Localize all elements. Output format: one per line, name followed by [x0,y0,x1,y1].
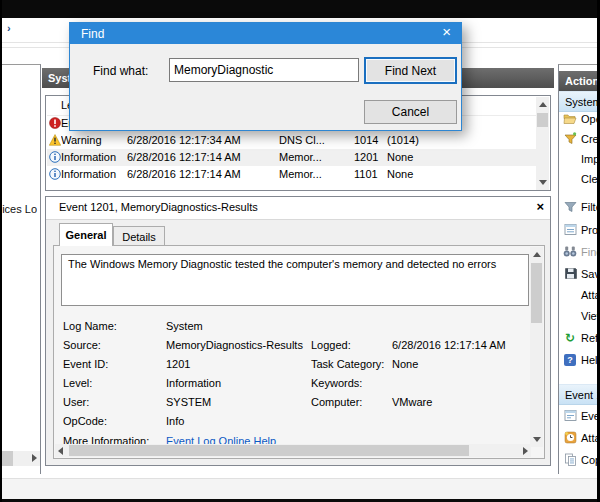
event-date: 6/28/2016 12:17:14 AM [127,151,275,163]
action-attach-task-to-log[interactable]: Attach a Task To this Log... [559,285,600,304]
actions-panel-header: Actions [559,71,600,91]
action-open-saved-log[interactable]: Open Saved Log... [559,109,600,128]
detail-vertical-scrollbar[interactable] [530,247,543,447]
detail-horizontal-scrollbar[interactable] [55,444,531,457]
scroll-up-icon[interactable] [530,247,543,262]
properties-icon [563,223,577,236]
action-attach-task-to-event[interactable]: Attach Task To This Event... [559,428,600,447]
detail-pane-title: Event 1201, MemoryDiagnostics-Results [59,201,258,213]
information-icon [49,151,61,163]
find-what-input[interactable] [169,58,359,82]
new-filter-icon [563,132,577,145]
event-id-value: 1201 [166,358,190,370]
action-find: Find... [559,242,600,261]
user-value: SYSTEM [166,396,211,408]
task-clock-icon [563,431,577,444]
source-label: Source: [63,339,101,351]
event-row-warning[interactable]: Warning 6/28/2016 12:17:34 AM DNS Cl... … [47,132,537,149]
event-level: Information [61,151,123,163]
scroll-up-icon[interactable] [536,97,549,112]
tab-details[interactable]: Details [113,226,165,246]
find-dialog: Find × Find what: Find Next Cancel [69,22,462,131]
action-filter-current-log[interactable]: Filter Current Log... [559,197,600,216]
copy-icon [563,453,577,466]
computer-value: VMware [392,396,432,408]
scroll-down-icon[interactable] [536,175,549,190]
event-task-category: None [387,168,445,180]
event-task-category: None [387,151,445,163]
event-date: 6/28/2016 12:17:34 AM [127,134,275,146]
scrollbar-thumb[interactable] [69,445,469,456]
level-value: Information [166,377,221,389]
close-icon[interactable]: × [536,199,544,214]
event-viewer-window: › ices Lo System Level Date and Time Sou… [0,0,600,502]
event-detail-pane: Event 1201, MemoryDiagnostics-Results × … [45,196,551,466]
action-import-custom-view[interactable]: Import Custom View... [559,149,600,168]
action-event-properties[interactable]: Event Properties [559,406,600,425]
general-tab-content: The Windows Memory Diagnostic tested the… [53,245,545,459]
chevron-right-icon[interactable]: › [7,22,11,34]
refresh-icon: ↻ [563,331,577,344]
scrollbar-thumb[interactable] [2,451,13,466]
console-tree-panel: ices Lo [2,64,41,474]
keywords-label: Keywords: [311,377,362,389]
cancel-button[interactable]: Cancel [364,100,457,124]
folder-open-icon [563,112,577,125]
find-next-button[interactable]: Find Next [364,57,457,84]
actions-panel: Actions System Open Saved Log... Create … [558,64,600,474]
event-row-information[interactable]: Information 6/28/2016 12:17:14 AM Memor.… [47,166,537,183]
filter-icon [563,200,577,213]
event-row-information-selected[interactable]: Information 6/28/2016 12:17:14 AM Memor.… [47,149,537,166]
event-source: Memor... [279,151,349,163]
event-id: 1201 [354,151,384,163]
action-view[interactable]: View [559,306,600,325]
detail-pane-header: Event 1201, MemoryDiagnostics-Results × [46,197,550,220]
log-name-label: Log Name: [63,320,117,332]
action-copy[interactable]: Copy [559,450,600,469]
logged-value: 6/28/2016 12:17:14 AM [392,339,506,351]
scrollbar-thumb[interactable] [531,263,542,323]
opcode-value: Info [166,415,184,427]
scroll-right-icon[interactable] [523,447,528,455]
task-category-label: Task Category: [311,358,384,370]
tab-general[interactable]: General [59,223,113,246]
event-id: 1014 [354,134,384,146]
scroll-right-icon[interactable] [32,454,37,462]
action-properties[interactable]: Properties [559,220,600,239]
event-date: 6/28/2016 12:17:14 AM [127,168,275,180]
warning-icon [49,134,61,146]
action-refresh[interactable]: ↻ Refresh [559,328,600,347]
information-icon [49,168,61,180]
window-top-band [2,0,600,18]
action-save-all-events-as[interactable]: Save All Events As... [559,264,600,283]
level-label: Level: [63,377,92,389]
log-name-value: System [166,320,203,332]
computer-label: Computer: [311,396,362,408]
actions-section-event[interactable]: Event 1201, MemoryDiagnostics-Results [559,384,600,405]
tree-horizontal-scrollbar[interactable] [2,451,40,466]
action-create-custom-view[interactable]: Create Custom View... [559,129,600,148]
event-task-category: (1014) [387,134,445,146]
action-help[interactable]: ? Help [559,350,600,369]
event-list-scrollbar[interactable] [536,97,549,190]
event-id: 1101 [354,168,384,180]
help-icon: ? [563,353,577,366]
event-level: Information [61,168,123,180]
event-level: Warning [61,134,123,146]
event-description[interactable]: The Windows Memory Diagnostic tested the… [61,254,529,306]
event-source: Memor... [279,168,349,180]
user-label: User: [63,396,89,408]
event-properties-icon [563,409,577,422]
close-icon[interactable]: × [442,23,451,40]
tree-item-services-logs[interactable]: ices Lo [2,203,37,215]
find-dialog-title: Find [81,27,104,41]
scroll-left-icon[interactable] [58,447,63,455]
find-dialog-titlebar[interactable]: Find × [70,23,461,44]
scrollbar-thumb[interactable] [537,113,548,127]
action-clear-log[interactable]: Clear Log... [559,169,600,188]
find-what-label: Find what: [93,64,148,78]
logged-label: Logged: [311,339,351,351]
scroll-down-icon[interactable] [530,432,543,447]
source-value: MemoryDiagnostics-Results [166,339,303,351]
event-id-label: Event ID: [63,358,108,370]
